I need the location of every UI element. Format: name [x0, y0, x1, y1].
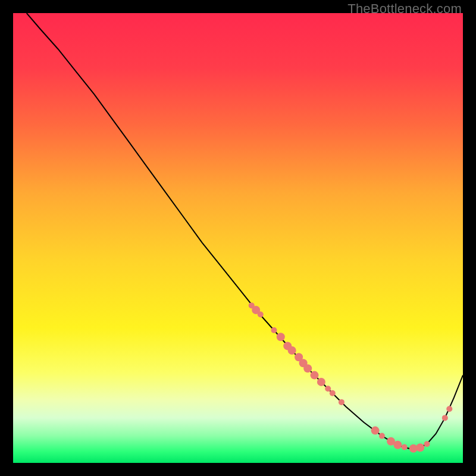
curve-marker — [271, 327, 277, 333]
curve-marker — [325, 386, 331, 392]
curve-marker — [371, 427, 380, 435]
curve-marker — [339, 399, 345, 405]
curve-marker — [277, 333, 285, 341]
chart-area — [13, 13, 463, 463]
curve-marker — [446, 406, 452, 412]
curve-marker — [258, 312, 264, 318]
curve-marker — [416, 443, 424, 452]
chart-svg — [13, 13, 463, 463]
curve-marker — [317, 378, 325, 386]
curve-marker — [379, 433, 385, 439]
gradient-background — [13, 13, 463, 463]
curve-marker — [330, 390, 336, 396]
curve-marker — [442, 415, 448, 421]
curve-marker — [402, 444, 408, 450]
curve-marker — [393, 441, 402, 449]
curve-marker — [288, 346, 296, 355]
curve-marker — [424, 441, 430, 447]
curve-marker — [303, 364, 312, 372]
curve-marker — [311, 371, 319, 380]
